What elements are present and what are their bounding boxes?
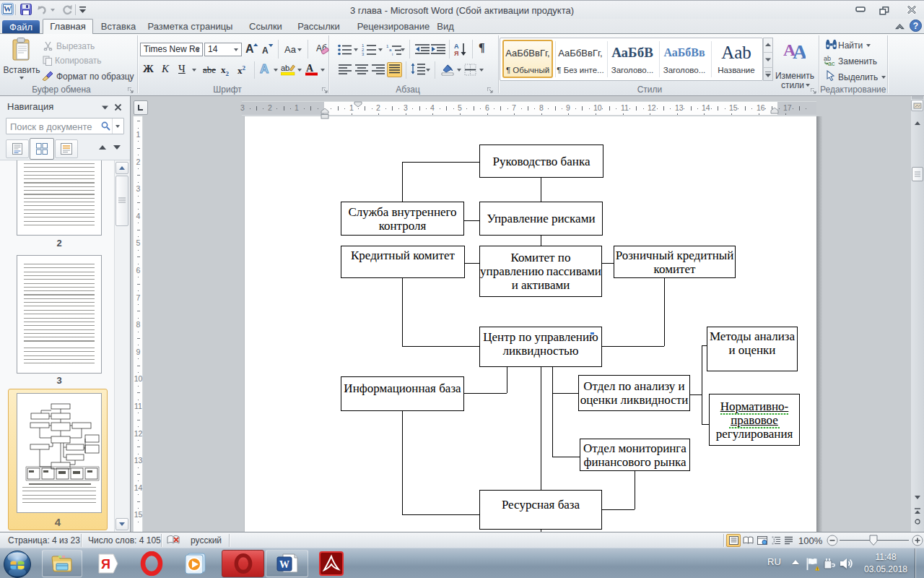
svg-text:А: А [793,40,806,59]
svg-text:А: А [306,63,314,74]
svg-text:Я: Я [454,50,458,56]
svg-text:ac: ac [828,60,835,66]
svg-text:ab: ab [281,64,289,72]
svg-text:Я: Я [101,557,110,571]
svg-text:А: А [454,43,459,50]
svg-text:W: W [279,559,289,570]
svg-text:?: ? [913,21,918,31]
svg-text:i: i [392,52,393,56]
svg-text:3: 3 [362,52,365,56]
